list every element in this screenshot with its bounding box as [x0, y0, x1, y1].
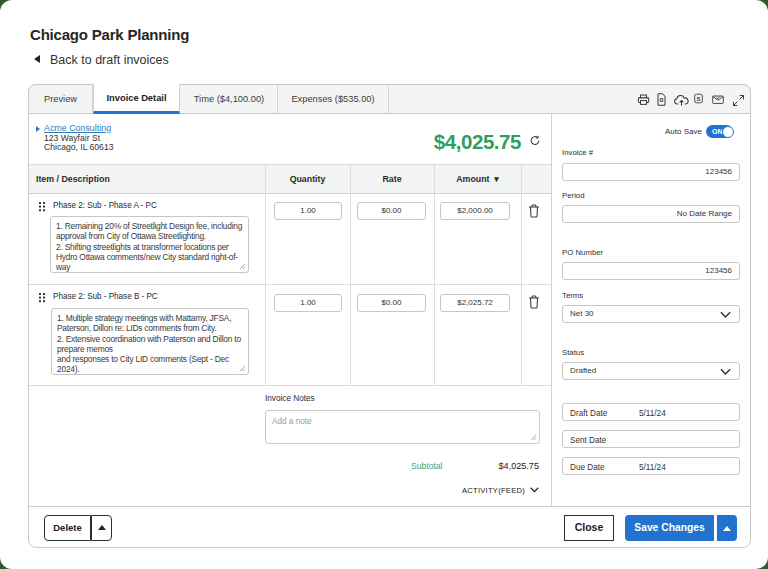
svg-text:w: w — [659, 98, 663, 102]
svg-text:S: S — [697, 96, 701, 102]
